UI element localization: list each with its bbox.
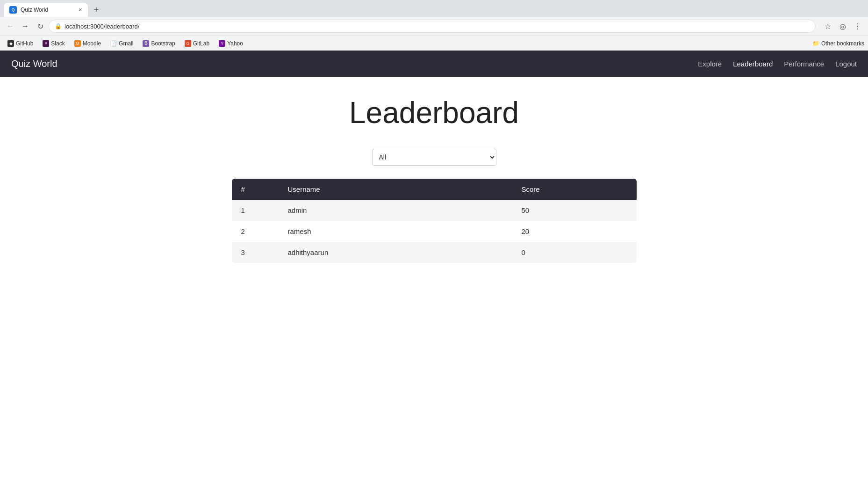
tab-bar: Q Quiz World × + xyxy=(0,0,868,17)
bootstrap-favicon: B xyxy=(143,40,149,47)
bookmark-slack[interactable]: # Slack xyxy=(39,39,68,48)
app-nav-links: Explore Leaderboard Performance Logout xyxy=(698,60,857,68)
slack-favicon: # xyxy=(43,40,49,47)
bookmark-gitlab-label: GitLab xyxy=(193,40,209,47)
tab-title: Quiz World xyxy=(21,7,75,13)
other-bookmarks-button[interactable]: 📁 Other bookmarks xyxy=(812,40,864,47)
new-tab-button[interactable]: + xyxy=(90,3,103,16)
app-navbar: Quiz World Explore Leaderboard Performan… xyxy=(0,51,868,77)
category-filter[interactable]: All xyxy=(372,149,496,166)
tab-favicon: Q xyxy=(9,6,17,14)
bookmark-github-label: GitHub xyxy=(16,40,33,47)
rank-cell: 1 xyxy=(232,200,279,221)
table-row: 2 ramesh 20 xyxy=(232,221,637,242)
github-favicon: ◆ xyxy=(7,40,14,47)
bookmark-yahoo-label: Yahoo xyxy=(227,40,243,47)
username-cell: admin xyxy=(279,200,512,221)
page-title: Leaderboard xyxy=(349,95,519,130)
main-content: Leaderboard All # Username Score 1 admin… xyxy=(0,77,868,282)
reload-button[interactable]: ↻ xyxy=(34,20,47,33)
bookmark-bootstrap[interactable]: B Bootstrap xyxy=(139,39,179,48)
col-header-rank: # xyxy=(232,179,279,200)
bookmarks-bar: ◆ GitHub # Slack M Moodle 📄 Gmail B Boot… xyxy=(0,36,868,51)
table-row: 1 admin 50 xyxy=(232,200,637,221)
rank-cell: 3 xyxy=(232,242,279,263)
tab-close-button[interactable]: × xyxy=(79,7,82,13)
address-bar[interactable]: 🔒 localhost:3000/leaderboard/ xyxy=(49,20,816,33)
col-header-score: Score xyxy=(512,179,637,200)
bookmark-gmail[interactable]: 📄 Gmail xyxy=(107,39,137,48)
table-header: # Username Score xyxy=(232,179,637,200)
table-row: 3 adhithyaarun 0 xyxy=(232,242,637,263)
bookmark-slack-label: Slack xyxy=(51,40,65,47)
other-bookmarks-label: Other bookmarks xyxy=(821,40,864,47)
nav-actions: ☆ ◎ ⋮ xyxy=(821,20,864,33)
gitlab-favicon: G xyxy=(185,40,191,47)
nav-leaderboard[interactable]: Leaderboard xyxy=(733,60,773,68)
profile-button[interactable]: ◎ xyxy=(836,20,849,33)
rank-cell: 2 xyxy=(232,221,279,242)
browser-chrome: Q Quiz World × + ← → ↻ 🔒 localhost:3000/… xyxy=(0,0,868,51)
bookmark-star-button[interactable]: ☆ xyxy=(821,20,834,33)
nav-performance[interactable]: Performance xyxy=(784,60,824,68)
score-cell: 20 xyxy=(512,221,637,242)
leaderboard-table: # Username Score 1 admin 50 2 ramesh 20 … xyxy=(232,179,637,263)
table-body: 1 admin 50 2 ramesh 20 3 adhithyaarun 0 xyxy=(232,200,637,263)
bookmark-gitlab[interactable]: G GitLab xyxy=(181,39,213,48)
url-text: localhost:3000/leaderboard/ xyxy=(65,23,139,30)
forward-button[interactable]: → xyxy=(19,20,32,33)
security-icon: 🔒 xyxy=(55,23,62,29)
score-cell: 0 xyxy=(512,242,637,263)
menu-button[interactable]: ⋮ xyxy=(851,20,864,33)
bookmark-yahoo[interactable]: Y Yahoo xyxy=(215,39,247,48)
nav-logout[interactable]: Logout xyxy=(835,60,857,68)
active-tab[interactable]: Q Quiz World × xyxy=(4,3,88,17)
username-cell: ramesh xyxy=(279,221,512,242)
nav-bar: ← → ↻ 🔒 localhost:3000/leaderboard/ ☆ ◎ … xyxy=(0,17,868,36)
gmail-favicon: 📄 xyxy=(110,40,117,47)
app-brand[interactable]: Quiz World xyxy=(11,58,698,69)
bookmark-moodle[interactable]: M Moodle xyxy=(71,39,105,48)
back-button[interactable]: ← xyxy=(4,20,17,33)
nav-explore[interactable]: Explore xyxy=(698,60,722,68)
username-cell: adhithyaarun xyxy=(279,242,512,263)
bookmark-moodle-label: Moodle xyxy=(83,40,101,47)
yahoo-favicon: Y xyxy=(219,40,225,47)
bookmark-github[interactable]: ◆ GitHub xyxy=(4,39,37,48)
col-header-username: Username xyxy=(279,179,512,200)
score-cell: 50 xyxy=(512,200,637,221)
bookmark-gmail-label: Gmail xyxy=(119,40,133,47)
moodle-favicon: M xyxy=(74,40,81,47)
bookmark-bootstrap-label: Bootstrap xyxy=(151,40,175,47)
